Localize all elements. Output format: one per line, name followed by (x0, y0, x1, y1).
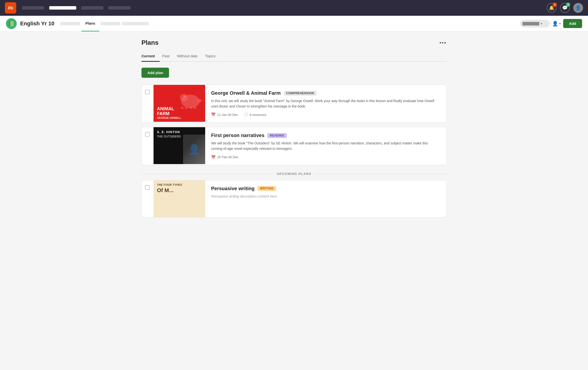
svg-point-2 (184, 95, 186, 97)
plan-tag-2: READING (267, 133, 287, 138)
svg-point-3 (189, 107, 192, 109)
plan-description-1: In this unit, we will study the book "An… (211, 98, 440, 109)
add-button[interactable]: Add (563, 19, 582, 28)
svg-point-6 (181, 107, 184, 109)
plans-title: Plans (141, 39, 158, 46)
plan-date-2: 📅 25 Feb-30 Dec (211, 155, 238, 159)
sec-nav-link-2[interactable] (101, 22, 120, 25)
persuasive-book-subtitle: Of M... (157, 187, 173, 193)
class-logo-icon: 📗 (8, 21, 15, 27)
top-nav-right: 🔔 1 💬 2 👤 (547, 3, 583, 13)
plan-date-1: 📅 11 Jan-30 Dec (211, 112, 238, 117)
top-nav-links (22, 6, 130, 10)
checkbox-animal-farm[interactable] (145, 90, 150, 94)
plan-checkbox-persuasive[interactable] (142, 180, 154, 217)
plan-card-animal-farm: ANIMALFARM GEORGE ORWELL George Orwell &… (141, 85, 447, 123)
svg-point-5 (185, 107, 188, 109)
persuasive-thumbnail: The Four Types Of M... (154, 180, 205, 217)
notifications-badge: 1 (553, 2, 557, 7)
plans-nav-item[interactable]: Plans (81, 16, 99, 31)
outsiders-subtitle: THE OUTSIDERS (157, 135, 181, 138)
checkbox-persuasive[interactable] (145, 185, 150, 190)
tab-topics[interactable]: Topics (205, 51, 220, 62)
messages-badge: 2 (566, 2, 570, 7)
checkbox-first-person[interactable] (145, 132, 150, 137)
pill-text: ████████ (523, 22, 539, 25)
plan-title-row-1: George Orwell & Animal Farm COMPREHENSIO… (211, 90, 440, 96)
plan-content-persuasive: Persuasive writing WRITING Persuasive wr… (205, 180, 446, 217)
persuasive-book-title: The Four Types (157, 183, 182, 186)
top-nav-left: its (5, 2, 130, 14)
notifications-button[interactable]: 🔔 1 (547, 3, 557, 13)
plan-meta-1: 📅 11 Jan-30 Dec 📄 8 resources (211, 112, 440, 117)
plan-title-row-2: First person narratives READING (211, 133, 440, 138)
outsiders-book-title: S. E. HINTON (157, 130, 180, 134)
plan-name-2: First person narratives (211, 133, 264, 138)
messages-button[interactable]: 💬 2 (560, 3, 570, 13)
svg-point-7 (198, 99, 202, 102)
animal-farm-author: GEORGE ORWELL (157, 116, 181, 119)
animal-farm-thumbnail: ANIMALFARM GEORGE ORWELL (154, 85, 205, 122)
person-silhouette: 👤 (188, 144, 200, 155)
user-icon: 👤 (575, 5, 581, 11)
plan-description-2: We will study the book "The Outsiders" b… (211, 141, 440, 151)
nav-link-3[interactable] (81, 6, 103, 10)
outsiders-figure: 👤 (183, 135, 205, 164)
animal-farm-book-title: ANIMALFARM (157, 107, 174, 116)
plan-card-persuasive: The Four Types Of M... Persuasive writin… (141, 180, 447, 217)
plan-checkbox-first-person[interactable] (142, 127, 154, 165)
add-plan-button[interactable]: Add plan (141, 68, 169, 78)
secondary-navigation: 📗 English Yr 10 Plans ████████ ▾ 👤 ▾ Add (0, 16, 588, 31)
document-icon-1: 📄 (244, 112, 248, 117)
svg-point-4 (194, 107, 197, 109)
tab-without-date[interactable]: Without date (177, 51, 202, 62)
plan-checkbox-animal-farm[interactable] (142, 85, 154, 122)
class-logo: 📗 (6, 18, 17, 29)
top-navigation: its 🔔 1 💬 2 👤 (0, 0, 588, 16)
plan-title-row-3: Persuasive writing WRITING (211, 186, 440, 191)
sec-nav-link-3[interactable] (122, 22, 149, 25)
plan-name-1: George Orwell & Animal Farm (211, 90, 281, 96)
calendar-icon-2: 📅 (211, 155, 216, 159)
sec-nav-links: Plans (60, 16, 520, 31)
plans-header: Plans ••• (141, 39, 447, 46)
user-circle-icon: 👤 (552, 21, 558, 27)
plan-resources-1: 📄 8 resources (244, 112, 266, 117)
tab-current[interactable]: Current (141, 51, 160, 62)
sec-nav-link-1[interactable] (60, 22, 80, 25)
svg-point-1 (180, 94, 187, 101)
plan-content-first-person: First person narratives READING We will … (205, 127, 446, 165)
sec-nav-right: ████████ ▾ 👤 ▾ Add (520, 19, 582, 28)
nav-link-1[interactable] (22, 6, 44, 10)
upcoming-separator: UPCOMING PLANS (141, 172, 447, 176)
main-content: Plans ••• Current Past Without date Topi… (134, 31, 454, 229)
more-options-button[interactable]: ••• (439, 40, 447, 46)
class-selector[interactable]: ████████ ▾ (520, 20, 550, 28)
user-selector-button[interactable]: 👤 ▾ (552, 21, 561, 27)
user-avatar[interactable]: 👤 (573, 3, 583, 13)
nav-link-2-active[interactable] (49, 6, 76, 10)
tab-past[interactable]: Past (162, 51, 174, 62)
chevron-down-icon: ▾ (541, 22, 542, 25)
calendar-icon-1: 📅 (211, 112, 216, 117)
plan-name-3: Persuasive writing (211, 186, 255, 191)
plans-tabs: Current Past Without date Topics (141, 51, 447, 62)
plan-meta-2: 📅 25 Feb-30 Dec (211, 155, 440, 159)
plan-content-animal-farm: George Orwell & Animal Farm COMPREHENSIO… (205, 85, 446, 122)
class-title: English Yr 10 (20, 20, 54, 27)
app-logo[interactable]: its (5, 2, 16, 14)
pig-silhouette (178, 87, 203, 112)
plan-description-3: Persuasive writing description content h… (211, 194, 440, 199)
user-chevron-icon: ▾ (559, 22, 561, 25)
nav-link-4[interactable] (108, 6, 130, 10)
outsiders-thumbnail: S. E. HINTON THE OUTSIDERS 👤 (154, 127, 205, 164)
plan-tag-3: WRITING (258, 186, 276, 191)
plan-tag-1: COMPREHENSION (284, 91, 317, 96)
plan-card-first-person: S. E. HINTON THE OUTSIDERS 👤 First perso… (141, 127, 447, 165)
